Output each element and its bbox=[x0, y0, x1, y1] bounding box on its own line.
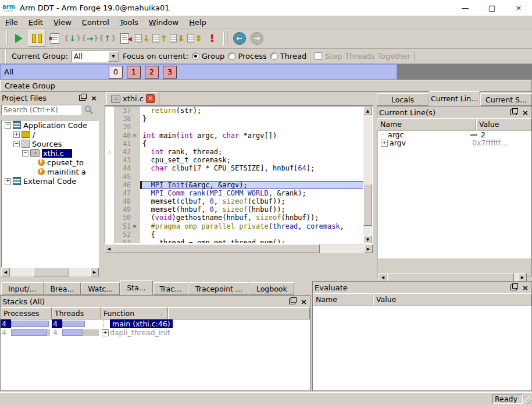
scroll-left-icon[interactable]: ◀ bbox=[105, 244, 113, 253]
column-value[interactable]: Value bbox=[476, 118, 531, 130]
column-name[interactable]: Name bbox=[313, 293, 373, 305]
code-viewport[interactable]: 37 return(str);38}3940⊟int main(int argc… bbox=[105, 106, 373, 244]
tab-locals[interactable]: Locals bbox=[377, 93, 429, 106]
collapse-icon[interactable]: − bbox=[22, 150, 28, 157]
collapse-icon[interactable]: − bbox=[5, 122, 11, 129]
tree-item-external-code[interactable]: +External Code bbox=[2, 176, 98, 186]
column-processes[interactable]: Processes bbox=[1, 307, 52, 319]
scroll-right-icon[interactable]: ▶ bbox=[518, 273, 527, 282]
column-name[interactable]: Name bbox=[377, 118, 476, 130]
toolbar-grip[interactable] bbox=[3, 31, 8, 45]
process-box-2[interactable]: 2 bbox=[145, 66, 159, 79]
line-number[interactable]: 48 bbox=[114, 197, 133, 205]
scroll-down-icon[interactable]: ▼ bbox=[363, 235, 372, 244]
tree-item-application-code[interactable]: −Application Code bbox=[2, 120, 98, 130]
group-all-row[interactable]: All 0123 bbox=[0, 64, 397, 80]
expand-icon[interactable]: + bbox=[102, 329, 109, 336]
forward-button[interactable]: → bbox=[249, 30, 265, 46]
stop-button[interactable]: ! bbox=[204, 30, 220, 46]
code-line-42[interactable]: ⚠42 int rank, thread; bbox=[105, 148, 363, 156]
up-stack-frame-button[interactable]: ↑ bbox=[152, 30, 167, 46]
close-panel-icon[interactable]: × bbox=[521, 284, 530, 292]
float-panel-icon[interactable] bbox=[79, 95, 85, 101]
line-number[interactable]: 43 bbox=[114, 156, 133, 164]
line-number[interactable]: 40 bbox=[114, 132, 133, 140]
line-number[interactable]: 41 bbox=[114, 140, 133, 148]
code-line-38[interactable]: 38} bbox=[105, 115, 363, 123]
code-line-40[interactable]: 40⊟int main(int argc, char *argv[]) bbox=[105, 132, 363, 140]
scroll-up-icon[interactable]: ▲ bbox=[363, 106, 372, 115]
tab-input-[interactable]: Input/... bbox=[1, 282, 44, 295]
tab-tracepoint-[interactable]: Tracepoint ... bbox=[188, 282, 249, 295]
code-line-41[interactable]: 41{ bbox=[105, 140, 363, 148]
tab-current-s-[interactable]: Current S... bbox=[480, 93, 532, 106]
fold-collapse-icon[interactable]: ⊟ bbox=[133, 222, 140, 230]
tree-item--[interactable]: +/ bbox=[2, 130, 98, 139]
float-panel-icon[interactable] bbox=[510, 285, 517, 290]
column-value[interactable]: Value bbox=[373, 293, 531, 305]
menu-tools[interactable]: Tools bbox=[115, 17, 144, 27]
tab-trac-[interactable]: Trac... bbox=[153, 282, 188, 295]
line-number[interactable]: 44 bbox=[114, 164, 133, 172]
focus-process-radio[interactable]: Process bbox=[228, 52, 266, 61]
scroll-right-icon[interactable]: ▶ bbox=[364, 244, 373, 253]
variable-row-argc[interactable]: ┄argc2 bbox=[378, 131, 531, 139]
scroll-right-icon[interactable]: ▶ bbox=[90, 268, 99, 276]
code-line-47[interactable]: 47 MPI_Comm_rank(MPI_COMM_WORLD, &rank); bbox=[105, 189, 363, 197]
close-button[interactable]: × bbox=[505, 1, 532, 16]
run-to-line-button[interactable]: ◀ bbox=[117, 30, 133, 46]
add-breakpoint-button[interactable] bbox=[47, 30, 63, 46]
tab-brea-[interactable]: Brea... bbox=[44, 282, 81, 295]
project-tree-hscrollbar[interactable]: ◀▶ bbox=[1, 268, 99, 276]
process-box-0[interactable]: 0 bbox=[109, 66, 123, 79]
stack-row-1[interactable]: 44main (xthi.c:46) bbox=[1, 319, 310, 328]
line-number[interactable]: 52 bbox=[114, 230, 133, 239]
create-group-bar[interactable]: Create Group bbox=[0, 80, 532, 92]
minimize-button[interactable]: — bbox=[452, 1, 479, 16]
line-number[interactable]: 51 bbox=[114, 222, 133, 230]
focus-toolbar-grip[interactable] bbox=[2, 49, 6, 63]
line-number[interactable]: 45 bbox=[114, 173, 133, 181]
variables-hscrollbar[interactable]: ◀▶ bbox=[379, 273, 527, 282]
code-line-51[interactable]: 51⊟ #pragma omp parallel private(thread,… bbox=[105, 222, 363, 230]
menu-edit[interactable]: Edit bbox=[23, 17, 48, 27]
column-function[interactable]: Function△ bbox=[101, 307, 168, 319]
fold-collapse-icon[interactable]: ⊟ bbox=[133, 132, 140, 140]
menu-help[interactable]: Help bbox=[184, 17, 212, 27]
code-line-37[interactable]: 37 return(str); bbox=[105, 106, 363, 115]
tree-item-main-int-a[interactable]: Fmain(int a bbox=[2, 167, 98, 176]
scroll-left-icon[interactable]: ◀ bbox=[379, 273, 387, 282]
close-panel-icon[interactable]: × bbox=[521, 109, 530, 116]
line-number[interactable]: 50 bbox=[114, 214, 133, 222]
down-stack-frame-button[interactable]: ↓ bbox=[134, 30, 150, 46]
stack-row-2[interactable]: 44+dapli_thread_init bbox=[1, 328, 310, 337]
code-line-46[interactable]: 46 MPI_Init(&argc, &argv); bbox=[105, 181, 363, 189]
editor-hscrollbar[interactable]: ◀▶ bbox=[105, 244, 373, 253]
process-box-3[interactable]: 3 bbox=[163, 66, 177, 79]
code-line-39[interactable]: 39 bbox=[105, 123, 363, 131]
focus-thread-radio[interactable]: Thread bbox=[270, 52, 306, 61]
back-button[interactable]: ← bbox=[231, 30, 247, 46]
expand-icon[interactable]: + bbox=[381, 140, 388, 147]
search-icon[interactable] bbox=[83, 105, 94, 115]
close-panel-icon[interactable]: × bbox=[90, 94, 98, 102]
pause-button[interactable] bbox=[28, 30, 45, 47]
play-button[interactable] bbox=[11, 30, 27, 46]
close-panel-icon[interactable]: × bbox=[299, 298, 308, 305]
process-box-1[interactable]: 1 bbox=[127, 66, 141, 79]
tab-logbook[interactable]: Logbook bbox=[249, 282, 294, 295]
tab-xthi-c[interactable]: .c xthi.c × bbox=[106, 92, 159, 105]
search-input[interactable]: Search (Ctrl+K) bbox=[1, 105, 81, 115]
sync-threads-button[interactable]: ↕ bbox=[187, 30, 202, 46]
float-panel-icon[interactable] bbox=[289, 299, 295, 304]
tab-watc-[interactable]: Watc... bbox=[81, 282, 120, 295]
code-line-48[interactable]: 48 memset(clbuf, 0, sizeof(clbuf)); bbox=[105, 197, 363, 205]
collapse-icon[interactable]: − bbox=[13, 141, 20, 147]
tree-item-cpuset-to[interactable]: Fcpuset_to bbox=[2, 158, 98, 167]
code-line-52[interactable]: 52 { bbox=[105, 230, 363, 239]
step-threads-together-checkbox[interactable]: Step Threads Together bbox=[315, 52, 410, 61]
code-line-50[interactable]: 50 (void)gethostname(hnbuf, sizeof(hnbuf… bbox=[105, 214, 363, 222]
code-line-53[interactable]: 53 thread = omp_get_thread_num(); bbox=[105, 239, 363, 244]
line-number[interactable]: 53 bbox=[114, 239, 133, 244]
editor-vscrollbar[interactable]: ▲▼ bbox=[363, 106, 372, 244]
